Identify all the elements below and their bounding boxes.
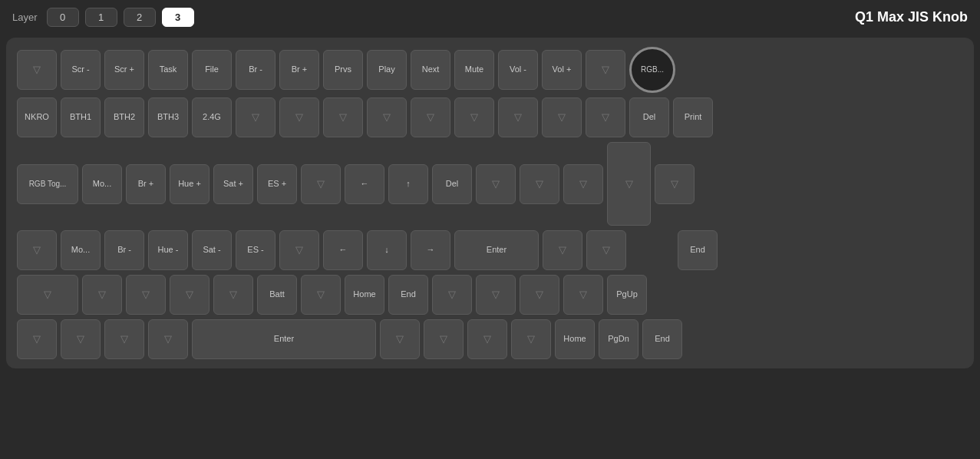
- layer-label: Layer: [12, 12, 38, 23]
- key-mo2[interactable]: Mo...: [61, 230, 101, 270]
- key-enter1[interactable]: Enter: [454, 230, 539, 270]
- key-sat-plus[interactable]: Sat +: [213, 164, 253, 204]
- key-tri29[interactable]: [520, 275, 559, 315]
- key-tri6[interactable]: [367, 97, 407, 137]
- key-rgb-tog[interactable]: RGB Tog...: [17, 164, 78, 204]
- key-tri31[interactable]: [17, 319, 57, 359]
- key-mute[interactable]: Mute: [454, 50, 494, 90]
- key-tri19[interactable]: [543, 230, 582, 270]
- key-hue-minus[interactable]: Hue -: [148, 230, 188, 270]
- key-tri24[interactable]: [170, 275, 210, 315]
- key-br-plus[interactable]: Br +: [279, 50, 319, 90]
- key-tri36[interactable]: [424, 319, 464, 359]
- key-home1[interactable]: Home: [345, 275, 384, 315]
- key-24g[interactable]: 2.4G: [192, 97, 232, 137]
- row-2: NKRO BTH1 BTH2 BTH3 2.4G Del Print: [17, 97, 963, 137]
- key-enter2[interactable]: Enter: [192, 319, 376, 359]
- key-prvs[interactable]: Prvs: [323, 50, 363, 90]
- big-enter-tri: ▽: [625, 178, 633, 190]
- layer-btn-3[interactable]: 3: [162, 8, 194, 27]
- layer-btn-2[interactable]: 2: [124, 8, 156, 27]
- key-tri9[interactable]: [498, 97, 538, 137]
- key-left1[interactable]: ←: [345, 164, 384, 204]
- header: Layer 0 1 2 3 Q1 Max JIS Knob: [0, 0, 980, 35]
- row-1: Scr - Scr + Task File Br - Br + Prvs Pla…: [17, 47, 963, 93]
- layer-btn-0[interactable]: 0: [47, 8, 79, 27]
- key-tri35[interactable]: [380, 319, 420, 359]
- key-pgdn[interactable]: PgDn: [599, 319, 638, 359]
- key-tri27[interactable]: [432, 275, 472, 315]
- key-tri37[interactable]: [467, 319, 507, 359]
- key-tri7[interactable]: [411, 97, 450, 137]
- key-tri22[interactable]: [82, 275, 122, 315]
- key-es-plus[interactable]: ES +: [257, 164, 297, 204]
- key-tri12[interactable]: [301, 164, 341, 204]
- key-next[interactable]: Next: [411, 50, 450, 90]
- key-home2[interactable]: Home: [555, 319, 595, 359]
- key-bth2[interactable]: BTH2: [104, 97, 144, 137]
- key-tri13[interactable]: [476, 164, 516, 204]
- key-scr-minus[interactable]: Scr -: [61, 50, 101, 90]
- key-tri2[interactable]: [586, 50, 625, 90]
- key-task[interactable]: Task: [148, 50, 188, 90]
- key-end3[interactable]: End: [642, 319, 682, 359]
- keyboard-container: Scr - Scr + Task File Br - Br + Prvs Pla…: [6, 38, 974, 368]
- device-title: Q1 Max JIS Knob: [855, 9, 968, 25]
- row-4: Mo... Br - Hue - Sat - ES - ← ↓ → Enter …: [17, 230, 963, 270]
- row-5: Batt Home End PgUp: [17, 275, 963, 315]
- key-tri34[interactable]: [148, 319, 188, 359]
- key-right[interactable]: →: [411, 230, 450, 270]
- key-print[interactable]: Print: [673, 97, 713, 137]
- key-tri11[interactable]: [586, 97, 625, 137]
- key-tri33[interactable]: [104, 319, 144, 359]
- key-tri25[interactable]: [213, 275, 253, 315]
- key-file[interactable]: File: [192, 50, 232, 90]
- key-left2[interactable]: ←: [323, 230, 363, 270]
- key-end1[interactable]: End: [678, 230, 718, 270]
- key-tri18[interactable]: [279, 230, 319, 270]
- key-tri14[interactable]: [520, 164, 559, 204]
- key-tri20[interactable]: [586, 230, 626, 270]
- key-bth1[interactable]: BTH1: [61, 97, 101, 137]
- key-nkro[interactable]: NKRO: [17, 97, 57, 137]
- key-sat-minus[interactable]: Sat -: [192, 230, 232, 270]
- key-vol-minus[interactable]: Vol -: [498, 50, 538, 90]
- big-enter-spacer: [630, 230, 674, 270]
- key-del2[interactable]: Del: [432, 164, 472, 204]
- key-scr-plus[interactable]: Scr +: [104, 50, 144, 90]
- key-tri32[interactable]: [61, 319, 101, 359]
- key-bth3[interactable]: BTH3: [148, 97, 188, 137]
- key-tri8[interactable]: [454, 97, 494, 137]
- key-tri10[interactable]: [542, 97, 582, 137]
- key-vol-plus[interactable]: Vol +: [542, 50, 582, 90]
- key-hue-plus[interactable]: Hue +: [170, 164, 210, 204]
- key-up[interactable]: ↑: [388, 164, 428, 204]
- key-tri17[interactable]: [17, 230, 57, 270]
- key-tri3[interactable]: [236, 97, 276, 137]
- key-del1[interactable]: Del: [629, 97, 669, 137]
- key-tri30[interactable]: [563, 275, 603, 315]
- key-tri4[interactable]: [279, 97, 319, 137]
- key-tri16[interactable]: [655, 164, 695, 204]
- key-tri23[interactable]: [126, 275, 166, 315]
- key-rgb-knob[interactable]: RGB...: [629, 47, 675, 93]
- key-mo1[interactable]: Mo...: [82, 164, 122, 204]
- key-tri21[interactable]: [17, 275, 78, 315]
- key-br-minus[interactable]: Br -: [236, 50, 276, 90]
- key-end2[interactable]: End: [388, 275, 428, 315]
- key-tri28[interactable]: [476, 275, 516, 315]
- key-down[interactable]: ↓: [367, 230, 407, 270]
- key-tri1[interactable]: [17, 50, 57, 90]
- key-tri5[interactable]: [323, 97, 363, 137]
- key-batt[interactable]: Batt: [257, 275, 297, 315]
- key-big-enter-top[interactable]: ▽: [607, 142, 651, 226]
- key-br-minus2[interactable]: Br -: [104, 230, 144, 270]
- layer-btn-1[interactable]: 1: [85, 8, 117, 27]
- key-br-plus2[interactable]: Br +: [126, 164, 166, 204]
- key-tri38[interactable]: [511, 319, 551, 359]
- key-pgup[interactable]: PgUp: [607, 275, 647, 315]
- key-play[interactable]: Play: [367, 50, 407, 90]
- key-tri26[interactable]: [301, 275, 341, 315]
- key-tri15[interactable]: [563, 164, 603, 204]
- key-es-minus[interactable]: ES -: [236, 230, 276, 270]
